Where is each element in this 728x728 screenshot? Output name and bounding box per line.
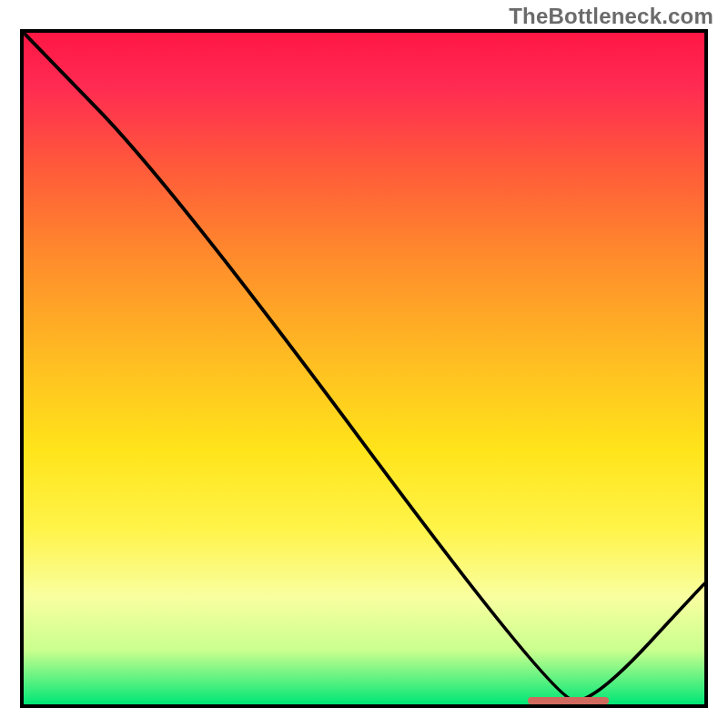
plot-area (20, 29, 708, 708)
bottleneck-curve (24, 33, 704, 701)
chart-container: TheBottleneck.com (0, 0, 728, 728)
watermark-text: TheBottleneck.com (509, 4, 713, 29)
optimum-marker (528, 697, 610, 704)
line-series (24, 33, 704, 704)
